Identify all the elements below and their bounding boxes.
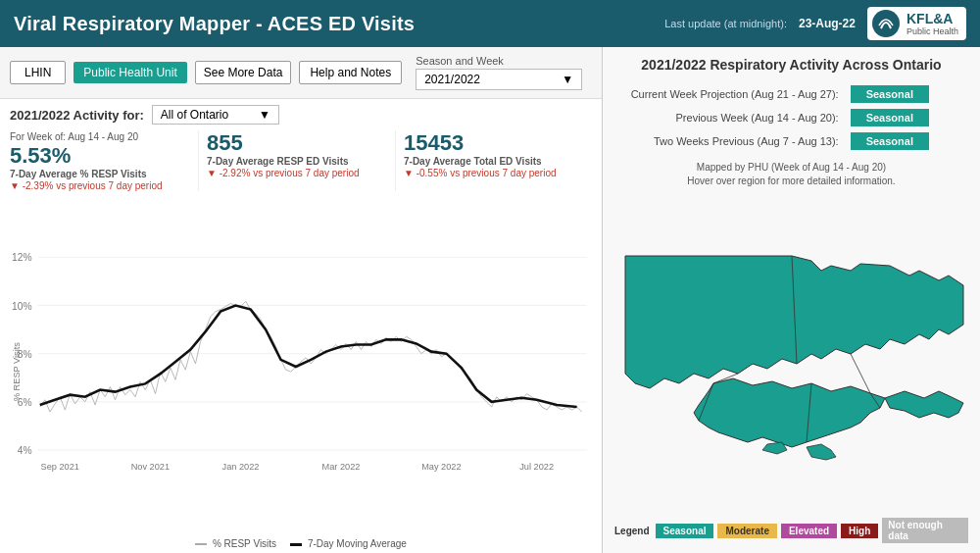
table-row: Previous Week (Aug 14 - Aug 20): Seasona… — [614, 106, 968, 129]
chart-area: 12% 10% 8% 6% 4% % RESP Visits Sep 2021 — [10, 197, 592, 536]
activity-table: Current Week Projection (Aug 21 - Aug 27… — [614, 82, 968, 153]
activity-label-3: Two Weeks Previous (Aug 7 - Aug 13): — [614, 129, 845, 153]
legend-seasonal: Seasonal — [656, 524, 714, 538]
lhin-button[interactable]: LHIN — [10, 61, 66, 84]
filter-chevron-icon: ▼ — [259, 108, 270, 122]
more-data-button[interactable]: See More Data — [195, 61, 292, 84]
legend-grey-item: % RESP Visits — [195, 538, 276, 549]
svg-text:May 2022: May 2022 — [421, 462, 461, 472]
stat-col-1: For Week of: Aug 14 - Aug 20 5.53% 7-Day… — [10, 130, 199, 191]
logo: KFL&A Public Health — [867, 7, 966, 40]
app-title: Viral Respiratory Mapper - ACES ED Visit… — [14, 13, 415, 35]
map-note-line2: Hover over region for more detailed info… — [687, 176, 895, 186]
season-week-area: Season and Week 2021/2022 ▼ — [416, 55, 582, 90]
legend-black-label: 7-Day Moving Average — [308, 538, 407, 549]
last-update-label: Last update (at midnight): — [664, 18, 787, 29]
stat-value-3: 15453 — [404, 130, 584, 156]
legend-high: High — [841, 524, 878, 538]
table-row: Two Weeks Previous (Aug 7 - Aug 13): Sea… — [614, 129, 968, 153]
svg-marker-20 — [885, 391, 963, 418]
season-dropdown-value: 2021/2022 — [424, 73, 480, 86]
stat-value-2: 855 — [207, 130, 387, 156]
map-container — [614, 194, 968, 514]
stat-period: For Week of: Aug 14 - Aug 20 — [10, 130, 190, 143]
header-right: Last update (at midnight): 23-Aug-22 KFL… — [664, 7, 966, 40]
svg-text:4%: 4% — [18, 445, 32, 456]
svg-text:12%: 12% — [12, 252, 31, 263]
header: Viral Respiratory Mapper - ACES ED Visit… — [0, 0, 980, 47]
activity-label-1: Current Week Projection (Aug 21 - Aug 27… — [614, 82, 845, 106]
legend-black-item: 7-Day Moving Average — [290, 538, 407, 549]
stat-change-3: ▼ -0.55% vs previous 7 day period — [404, 168, 584, 178]
right-title: 2021/2022 Respiratory Activity Across On… — [614, 57, 968, 73]
right-panel: 2021/2022 Respiratory Activity Across On… — [603, 47, 980, 553]
logo-kfl: KFL&A — [906, 11, 958, 26]
chevron-down-icon: ▼ — [562, 73, 573, 86]
chart-section: 2021/2022 Activity for: All of Ontario ▼… — [0, 99, 602, 553]
svg-marker-19 — [694, 378, 885, 447]
help-button[interactable]: Help and Notes — [299, 61, 402, 84]
logo-icon — [871, 9, 901, 38]
svg-text:Nov 2021: Nov 2021 — [131, 462, 170, 472]
table-row: Current Week Projection (Aug 21 - Aug 27… — [614, 82, 968, 106]
season-dropdown[interactable]: 2021/2022 ▼ — [416, 69, 582, 90]
chart-filter-value: All of Ontario — [161, 108, 228, 122]
svg-marker-22 — [762, 442, 787, 454]
activity-badge-1: Seasonal — [845, 82, 968, 106]
left-panel: LHIN Public Health Unit See More Data He… — [0, 47, 603, 553]
ontario-map-svg — [615, 246, 968, 462]
last-update-date: 23-Aug-22 — [799, 17, 856, 30]
stat-change-1: ▼ -2.39% vs previous 7 day period — [10, 180, 190, 191]
phu-button[interactable]: Public Health Unit — [74, 62, 186, 83]
chart-header: 2021/2022 Activity for: All of Ontario ▼ — [10, 105, 592, 125]
stat-label-3: 7-Day Average Total ED Visits — [404, 156, 584, 167]
stat-change-2: ▼ -2.92% vs previous 7 day period — [207, 168, 387, 178]
stat-label-2: 7-Day Average RESP ED Visits — [207, 156, 387, 167]
svg-text:10%: 10% — [12, 301, 31, 312]
toolbar: LHIN Public Health Unit See More Data He… — [0, 47, 602, 99]
line-chart-svg: 12% 10% 8% 6% 4% % RESP Visits Sep 2021 — [10, 197, 592, 536]
stat-label-1: 7-Day Average % RESP Visits — [10, 169, 190, 179]
svg-text:Jul 2022: Jul 2022 — [519, 462, 554, 472]
activity-label-2: Previous Week (Aug 14 - Aug 20): — [614, 106, 845, 129]
season-week-label: Season and Week — [416, 55, 582, 67]
main-content: LHIN Public Health Unit See More Data He… — [0, 47, 980, 553]
logo-public-health: Public Health — [906, 26, 958, 37]
legend-moderate: Moderate — [717, 524, 776, 538]
svg-marker-21 — [807, 444, 836, 460]
svg-text:Mar 2022: Mar 2022 — [322, 462, 361, 472]
activity-badge-2: Seasonal — [845, 106, 968, 129]
chart-title: 2021/2022 Activity for: — [10, 108, 144, 123]
stat-value-1: 5.53% — [10, 143, 190, 169]
legend-elevated: Elevated — [781, 524, 837, 538]
stats-row: For Week of: Aug 14 - Aug 20 5.53% 7-Day… — [10, 130, 592, 191]
legend-no-data: Not enough data — [882, 518, 968, 543]
legend-grey-label: % RESP Visits — [213, 538, 276, 549]
svg-text:% RESP Visits: % RESP Visits — [12, 342, 22, 401]
chart-legend: % RESP Visits 7-Day Moving Average — [10, 538, 592, 549]
svg-marker-18 — [625, 256, 963, 388]
svg-text:Jan 2022: Jan 2022 — [222, 462, 260, 472]
logo-text: KFL&A Public Health — [906, 11, 958, 37]
legend-label: Legend — [614, 526, 650, 536]
map-note-line1: Mapped by PHU (Week of Aug 14 - Aug 20) — [697, 162, 886, 173]
map-note: Mapped by PHU (Week of Aug 14 - Aug 20) … — [614, 161, 968, 188]
svg-text:Sep 2021: Sep 2021 — [41, 462, 79, 472]
stat-col-2: 855 7-Day Average RESP ED Visits ▼ -2.92… — [199, 130, 396, 191]
activity-badge-3: Seasonal — [845, 129, 968, 153]
chart-filter-dropdown[interactable]: All of Ontario ▼ — [152, 105, 279, 125]
map-legend: Legend Seasonal Moderate Elevated High N… — [614, 518, 968, 543]
stat-col-3: 15453 7-Day Average Total ED Visits ▼ -0… — [396, 130, 592, 191]
